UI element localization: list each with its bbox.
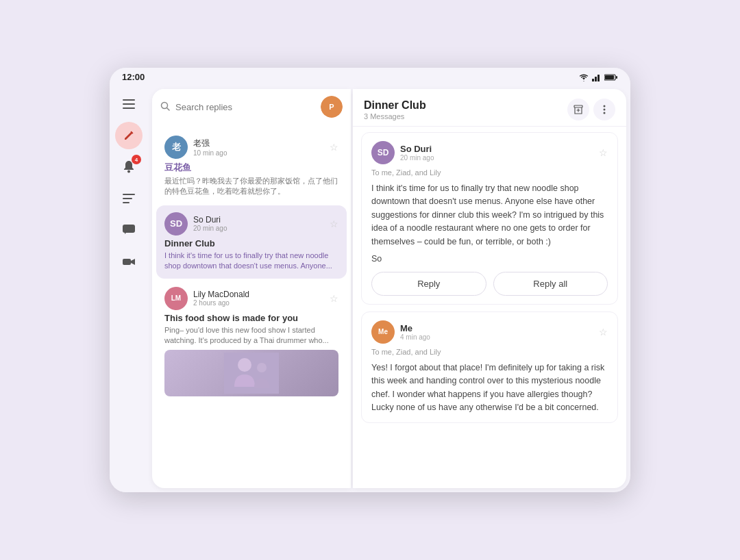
svg-rect-2	[597, 75, 600, 81]
battery-icon	[604, 73, 618, 81]
svg-point-10	[127, 170, 130, 173]
archive-btn[interactable]	[567, 99, 589, 120]
message-card-2: Me Me 4 min ago ☆ To me, Ziad, and Lily …	[361, 311, 618, 424]
message-star-1[interactable]: ☆	[599, 147, 608, 158]
signal-icon	[592, 73, 602, 81]
status-icons	[578, 73, 618, 81]
svg-point-23	[604, 109, 606, 111]
email-subject-3: This food show is made for you	[164, 313, 338, 323]
message-recipients-1: To me, Ziad, and Lily	[371, 168, 608, 177]
svg-rect-11	[123, 194, 135, 195]
email-preview-2: I think it's time for us to finally try …	[164, 251, 338, 272]
message-card-1: SD So Duri 20 min ago ☆ To me, Ziad, and…	[361, 132, 618, 305]
detail-count: 3 Messages	[364, 112, 426, 120]
star-btn-3[interactable]: ☆	[330, 293, 338, 304]
video-icon-btn[interactable]	[115, 248, 143, 275]
detail-title: Dinner Club	[364, 99, 426, 112]
message-sender-1: So Duri	[400, 144, 434, 154]
message-avatar-2: Me	[371, 320, 395, 344]
messages-list: SD So Duri 20 min ago ☆ To me, Ziad, and…	[353, 127, 626, 488]
email-item-2[interactable]: SD So Duri 20 min ago ☆ Dinner Club I th…	[156, 205, 347, 279]
message-time-1: 20 min ago	[400, 154, 434, 162]
email-item-3[interactable]: LM Lily MacDonald 2 hours ago ☆ This foo…	[156, 280, 347, 404]
email-detail-panel: Dinner Club 3 Messages	[353, 89, 626, 488]
svg-rect-7	[123, 99, 135, 101]
app-content: 4	[110, 85, 630, 492]
more-options-btn[interactable]	[593, 99, 615, 120]
svg-point-22	[604, 105, 606, 107]
user-avatar[interactable]: P	[321, 96, 343, 118]
svg-point-24	[604, 112, 606, 114]
svg-line-17	[167, 107, 170, 110]
message-signature-1: So	[371, 254, 608, 264]
svg-rect-6	[616, 76, 617, 79]
message-avatar-1: SD	[371, 141, 395, 164]
message-sender-2: Me	[400, 323, 430, 333]
email-avatar-3: LM	[164, 287, 188, 310]
menu-icon-btn[interactable]	[115, 90, 143, 118]
reply-actions: Reply Reply all	[371, 272, 608, 296]
device-frame: 12:00	[110, 68, 630, 492]
email-list-panel: P 老 老强 10 min ago ☆ 豆花鱼 最近忙吗？昨	[152, 89, 351, 488]
svg-rect-15	[123, 259, 131, 265]
email-preview-1: 最近忙吗？昨晚我去了你最爱的那家饭馆，点了他们的特色豆花鱼，吃着吃着就想你了。	[164, 176, 338, 197]
email-preview-3: Ping– you'd love this new food show I st…	[164, 325, 338, 346]
search-icon	[160, 101, 170, 113]
message-body-1: I think it's time for us to finally try …	[371, 182, 608, 249]
sidebar: 4	[110, 85, 148, 492]
star-btn-2[interactable]: ☆	[330, 218, 338, 229]
svg-rect-18	[224, 353, 279, 394]
email-sender-1: 老强	[193, 138, 324, 149]
message-star-2[interactable]: ☆	[599, 327, 608, 338]
svg-rect-9	[123, 107, 135, 109]
svg-rect-8	[123, 103, 135, 105]
notification-icon-btn[interactable]: 4	[115, 153, 143, 181]
chat-icon-btn[interactable]	[115, 216, 143, 244]
email-item-1[interactable]: 老 老强 10 min ago ☆ 豆花鱼 最近忙吗？昨晚我去了你最爱的那家饭馆…	[156, 129, 347, 204]
star-btn-1[interactable]: ☆	[330, 142, 338, 153]
compose-icon-btn[interactable]	[115, 122, 143, 149]
svg-rect-13	[123, 202, 130, 203]
email-time-3: 2 hours ago	[193, 299, 324, 307]
message-time-2: 4 min ago	[400, 333, 430, 341]
svg-rect-14	[123, 225, 135, 233]
email-sender-3: Lily MacDonald	[193, 290, 324, 299]
message-body-2: Yes! I forgot about that place! I'm defi…	[371, 361, 608, 415]
email-time-2: 20 min ago	[193, 225, 324, 232]
email-list: 老 老强 10 min ago ☆ 豆花鱼 最近忙吗？昨晚我去了你最爱的那家饭馆…	[152, 125, 351, 488]
svg-rect-5	[605, 75, 614, 79]
email-subject-1: 豆花鱼	[164, 162, 338, 174]
email-sender-2: So Duri	[193, 215, 324, 225]
status-bar: 12:00	[110, 68, 630, 85]
search-bar: P	[152, 89, 351, 125]
svg-rect-21	[574, 105, 582, 107]
email-time-1: 10 min ago	[193, 149, 324, 157]
svg-point-20	[257, 363, 267, 372]
detail-actions	[567, 99, 615, 120]
email-thumbnail-3	[164, 350, 338, 396]
email-avatar-1: 老	[164, 136, 188, 159]
email-subject-2: Dinner Club	[164, 238, 338, 249]
svg-rect-1	[595, 77, 597, 81]
reply-all-btn[interactable]: Reply all	[493, 272, 608, 296]
list-icon-btn[interactable]	[115, 185, 143, 212]
svg-rect-12	[123, 198, 132, 199]
svg-point-19	[238, 358, 251, 372]
message-recipients-2: To me, Ziad, and Lily	[371, 348, 608, 356]
email-avatar-2: SD	[164, 212, 188, 236]
status-time: 12:00	[122, 72, 145, 82]
wifi-icon	[578, 73, 589, 81]
reply-btn[interactable]: Reply	[371, 272, 486, 296]
notification-badge: 4	[132, 155, 141, 164]
svg-rect-0	[592, 79, 594, 81]
detail-header: Dinner Club 3 Messages	[353, 89, 626, 127]
search-input[interactable]	[175, 102, 315, 112]
